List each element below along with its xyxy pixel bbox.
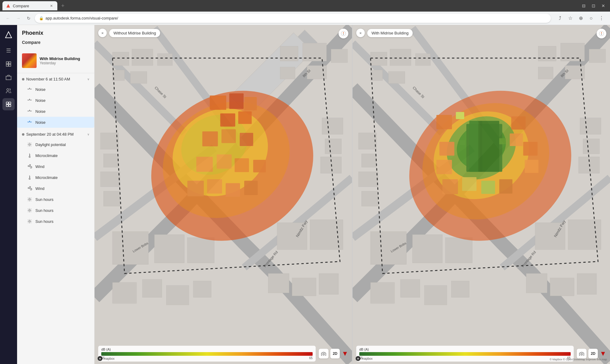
sunhours-label-2: Sun hours (35, 208, 53, 213)
sidebar-item-layers[interactable] (2, 58, 15, 70)
sunhours-item-2[interactable]: Sun hours (17, 205, 94, 216)
forward-button[interactable]: → (14, 14, 23, 23)
svg-rect-108 (550, 278, 574, 296)
bookmark-icon[interactable]: ☆ (565, 13, 575, 23)
left-compass-button[interactable] (339, 29, 348, 38)
right-camera-button[interactable] (577, 349, 587, 359)
svg-point-23 (29, 220, 30, 222)
extensions-icon[interactable]: ⊕ (576, 13, 586, 23)
left-legend-mid: 65 (309, 356, 313, 360)
group-1-chevron: ∨ (87, 77, 89, 81)
left-map-bottom: dB (A) 55 65 2D ▼ (95, 343, 352, 364)
left-map-panel[interactable]: 8th St Chase St Nimitz Fwy Frontage Rd L… (95, 25, 352, 364)
svg-rect-69 (217, 154, 231, 169)
wind-icon-2 (27, 186, 32, 191)
svg-rect-65 (202, 131, 218, 146)
microclimate-icon-1 (27, 153, 32, 158)
noise-item-4-active[interactable]: Noise (17, 117, 94, 128)
tab-title: Compare (13, 4, 46, 8)
svg-rect-98 (359, 172, 378, 187)
right-compass-button[interactable] (597, 29, 606, 38)
active-tab[interactable]: Compare ✕ (2, 1, 57, 10)
svg-rect-123 (480, 121, 482, 172)
right-noise-arrow[interactable]: ▼ (600, 350, 606, 358)
wind-item-2[interactable]: Wind (17, 183, 94, 194)
right-map-label: With Midrise Building (367, 29, 413, 37)
right-map-panel[interactable]: 8th St Chase St Nimitz Fwy Frontage Rd L… (353, 25, 610, 364)
new-tab-button[interactable]: + (59, 2, 67, 10)
sidebar-item-users[interactable] (2, 85, 15, 97)
left-2d-label: 2D (333, 352, 337, 356)
sunhours-item-3[interactable]: Sun hours (17, 216, 94, 227)
svg-rect-5 (9, 64, 11, 66)
microclimate-item-2[interactable]: Microclimate (17, 172, 94, 183)
svg-rect-48 (268, 273, 289, 293)
svg-marker-82 (343, 32, 344, 34)
project-title: Phoenix (22, 30, 89, 36)
daylight-item[interactable]: Daylight potential (17, 139, 94, 150)
noise-item-2[interactable]: Noise (17, 95, 94, 106)
right-2d-button[interactable]: 2D (588, 349, 598, 359)
svg-rect-70 (235, 158, 249, 172)
svg-rect-72 (187, 181, 204, 196)
back-button[interactable]: ← (4, 14, 12, 23)
restore-button[interactable]: ⊡ (589, 2, 598, 10)
tab-close-button[interactable]: ✕ (49, 3, 54, 8)
browser-toolbar: ⤴ ☆ ⊕ ○ ⋮ (555, 13, 606, 23)
svg-rect-55 (310, 219, 343, 249)
svg-rect-125 (456, 112, 464, 119)
daylight-icon (27, 142, 32, 147)
close-window-button[interactable]: ✕ (599, 2, 608, 10)
sidebar-item-buildings[interactable] (2, 71, 15, 84)
right-map-close-button[interactable]: × (356, 29, 365, 37)
svg-rect-61 (229, 93, 244, 109)
right-map-header: × With Midrise Building (353, 25, 610, 41)
scenario-card: With Midrise Building Yesterday (17, 51, 94, 72)
right-legend-unit: dB (A) (359, 348, 571, 351)
svg-rect-86 (371, 52, 387, 66)
svg-point-84 (323, 353, 324, 355)
group-header-2[interactable]: September 20 at 04:48 PM ∨ (17, 130, 94, 139)
noise-item-3[interactable]: Noise (17, 106, 94, 117)
left-panel: Phoenix Compare With Midrise Building Ye… (17, 25, 95, 364)
svg-rect-128 (440, 142, 454, 155)
svg-point-18 (29, 178, 30, 180)
left-camera-button[interactable] (319, 349, 328, 359)
sidebar-item-compare[interactable] (2, 98, 15, 110)
svg-rect-2 (6, 62, 9, 64)
app-logo[interactable] (2, 29, 15, 41)
url-text: app.autodesk.forma.com/visual-compare/ (45, 16, 118, 20)
sunhours-icon-1 (27, 197, 32, 202)
svg-rect-129 (436, 160, 452, 174)
svg-rect-75 (244, 181, 258, 195)
svg-rect-88 (415, 54, 430, 66)
svg-point-22 (29, 209, 30, 211)
left-2d-button[interactable]: 2D (330, 349, 340, 359)
scenario-info: With Midrise Building Yesterday (40, 56, 89, 65)
noise-item-1[interactable]: Noise (17, 84, 94, 95)
wind-item-1[interactable]: Wind (17, 161, 94, 172)
sunhours-item-1[interactable]: Sun hours (17, 194, 94, 205)
sunhours-label-3: Sun hours (35, 219, 53, 224)
panel-scroll[interactable]: November 6 at 11:50 AM ∨ Noise Noise N (17, 74, 94, 364)
svg-rect-68 (196, 157, 213, 172)
svg-rect-30 (113, 70, 124, 80)
minimize-button[interactable]: ⊟ (580, 2, 588, 10)
svg-rect-39 (101, 172, 120, 187)
left-noise-arrow[interactable]: ▼ (342, 350, 348, 358)
microclimate-item-1[interactable]: Microclimate (17, 150, 94, 161)
url-bar[interactable]: 🔒 app.autodesk.forma.com/visual-compare/ (35, 14, 551, 23)
noise-icon-4 (27, 120, 32, 125)
profile-icon[interactable]: ○ (586, 13, 596, 23)
svg-rect-41 (322, 118, 343, 134)
left-map-close-button[interactable]: × (98, 29, 107, 37)
svg-rect-63 (220, 113, 235, 127)
share-icon[interactable]: ⤴ (555, 13, 565, 23)
menu-icon[interactable]: ⋮ (597, 13, 606, 23)
svg-rect-110 (371, 232, 407, 265)
refresh-button[interactable]: ↻ (24, 14, 33, 23)
svg-rect-105 (425, 285, 447, 305)
group-header-1[interactable]: November 6 at 11:50 AM ∨ (17, 74, 94, 84)
sidebar-item-menu[interactable]: ☰ (2, 45, 15, 57)
svg-rect-29 (157, 54, 172, 66)
